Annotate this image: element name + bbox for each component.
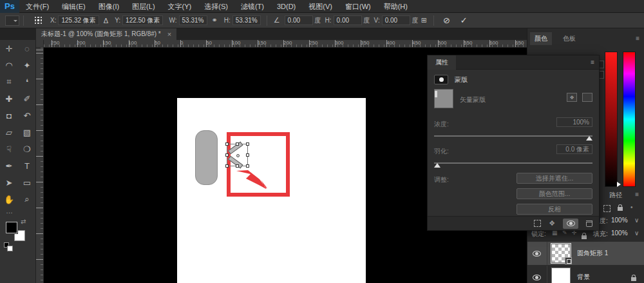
eraser-tool[interactable]: ▱ — [0, 124, 18, 141]
h-skew-input[interactable]: 0.00 — [334, 15, 362, 25]
pen-tool[interactable]: ✒ — [0, 157, 18, 174]
brightness-ramp[interactable] — [605, 52, 618, 187]
menu-type[interactable]: 文字(Y) — [162, 0, 198, 13]
layer-name[interactable]: 背景 — [577, 273, 590, 282]
height-input[interactable]: 53.31% — [232, 15, 261, 25]
edit-toolbar-icon[interactable]: … — [0, 208, 35, 217]
fill-dropdown-icon[interactable]: ∨ — [634, 229, 639, 237]
layer-row-background[interactable]: 背景 — [527, 266, 644, 283]
feather-slider-thumb[interactable] — [434, 160, 440, 168]
transform-handle[interactable] — [236, 164, 239, 168]
hand-tool[interactable]: ✋ — [0, 191, 18, 208]
cancel-transform-icon[interactable]: ⊘ — [443, 15, 450, 25]
load-selection-icon[interactable] — [534, 220, 541, 227]
brush-tool[interactable]: ✐ — [18, 90, 36, 107]
density-slider[interactable] — [434, 135, 592, 137]
width-input[interactable]: 53.31% — [179, 15, 207, 25]
shape-tool[interactable]: ▭ — [18, 174, 36, 191]
menu-select[interactable]: 选择(S) — [198, 0, 234, 13]
smudge-tool[interactable]: ☟ — [0, 141, 18, 157]
zoom-tool[interactable]: ⌕ — [18, 191, 36, 208]
layer-visibility-icon[interactable] — [533, 275, 541, 280]
opacity-dropdown-icon[interactable]: ∨ — [634, 217, 639, 224]
transform-bounding-box[interactable] — [227, 144, 248, 166]
filter-shape-icon[interactable] — [603, 205, 611, 212]
foreground-color-swatch[interactable] — [6, 222, 17, 233]
layer-visibility-icon[interactable] — [533, 251, 541, 257]
layer-thumbnail[interactable] — [551, 244, 571, 263]
panel-menu-icon[interactable]: ≡ — [636, 35, 639, 42]
move-tool[interactable]: ✛ — [0, 40, 18, 57]
hue-slider-icon[interactable] — [617, 182, 623, 187]
hue-spectrum-ramp[interactable] — [623, 52, 636, 187]
document-tab[interactable]: 未标题-1 @ 100% (圆角矩形 1, RGB/8#) * × — [36, 28, 176, 40]
healing-brush-tool[interactable]: ✚ — [0, 90, 18, 107]
tab-paths[interactable]: 路径 — [609, 191, 622, 200]
feather-slider[interactable] — [434, 162, 592, 164]
transform-handle[interactable] — [236, 142, 239, 146]
transform-handle[interactable] — [246, 164, 249, 168]
close-tab-icon[interactable]: × — [167, 30, 171, 38]
y-input[interactable]: 122.50 像素 — [122, 15, 163, 25]
lock-all-icon[interactable] — [582, 235, 587, 239]
menu-filter[interactable]: 滤镜(T) — [234, 0, 270, 13]
type-tool[interactable]: T — [18, 157, 36, 174]
transform-handle[interactable] — [246, 153, 249, 157]
menu-3d[interactable]: 3D(D) — [270, 0, 302, 13]
color-range-button[interactable]: 颜色范围... — [516, 188, 592, 199]
opacity-value[interactable]: 100% — [611, 217, 628, 224]
document-canvas[interactable] — [177, 98, 366, 283]
menu-view[interactable]: 视图(V) — [302, 0, 339, 13]
magic-wand-tool[interactable]: ✦ — [18, 57, 36, 73]
eyedropper-tool[interactable]: ❛ — [18, 73, 36, 90]
path-selection-tool[interactable]: ➤ — [0, 174, 18, 191]
transform-handle[interactable] — [246, 142, 249, 146]
reference-point-icon[interactable] — [34, 16, 43, 24]
default-colors-icon[interactable] — [4, 242, 9, 248]
tab-properties[interactable]: 属性 — [428, 55, 456, 70]
fill-value[interactable]: 100% — [611, 229, 628, 237]
angle-input[interactable]: 0.00 — [285, 15, 313, 25]
marquee-tool[interactable]: ◌ — [18, 40, 36, 57]
invert-button[interactable]: 反相 — [516, 204, 592, 215]
v-skew-input[interactable]: 0.00 — [382, 15, 410, 25]
rounded-rectangle-shape[interactable] — [195, 130, 218, 185]
lasso-tool[interactable]: ◠ — [0, 57, 18, 73]
apply-mask-icon[interactable]: ❖ — [549, 219, 555, 228]
layer-name[interactable]: 圆角矩形 1 — [577, 249, 608, 258]
link-dimensions-icon[interactable]: ⚭ — [212, 16, 218, 24]
properties-menu-icon[interactable]: ≡ — [591, 59, 594, 66]
filter-dot-icon[interactable]: • — [630, 204, 633, 211]
menu-window[interactable]: 窗口(W) — [339, 0, 377, 13]
transform-handle[interactable] — [225, 153, 229, 157]
layer-row-rounded-rectangle[interactable]: 圆角矩形 1 — [527, 242, 644, 265]
transform-center-point[interactable] — [236, 154, 240, 157]
clone-stamp-tool[interactable]: ◘ — [0, 107, 18, 124]
swap-colors-icon[interactable]: ⇄ — [21, 218, 26, 225]
menu-edit[interactable]: 编辑(E) — [55, 0, 92, 13]
density-value[interactable]: 100% — [556, 117, 592, 127]
menu-file[interactable]: 文件(F) — [19, 0, 55, 13]
mask-visibility-toggle[interactable] — [563, 219, 578, 229]
vector-mask-thumbnail[interactable] — [434, 89, 453, 108]
layer-thumbnail[interactable] — [551, 268, 571, 283]
delete-mask-icon[interactable] — [586, 220, 592, 227]
menu-layer[interactable]: 图层(L) — [126, 0, 161, 13]
tab-swatches[interactable]: 色板 — [558, 32, 580, 45]
layers-menu-icon[interactable]: ≡ — [635, 191, 639, 198]
relative-position-icon[interactable]: Δ — [104, 17, 108, 24]
select-and-mask-button[interactable]: 选择并遮住... — [516, 173, 592, 184]
select-pixels-icon[interactable]: ❖ — [567, 93, 577, 102]
transform-handle[interactable] — [225, 142, 229, 146]
dodge-tool[interactable]: ❍ — [18, 141, 36, 157]
crop-tool[interactable]: ⌗ — [0, 73, 18, 90]
menu-help[interactable]: 帮助(H) — [377, 0, 414, 13]
tool-preset-icon[interactable] — [5, 15, 19, 26]
history-brush-tool[interactable]: ↶ — [18, 107, 36, 124]
density-slider-thumb[interactable] — [586, 133, 592, 141]
warp-mode-icon[interactable]: ⊞ — [421, 16, 427, 24]
tab-color[interactable]: 颜色 — [530, 32, 552, 45]
commit-transform-icon[interactable]: ✓ — [460, 15, 468, 25]
transform-handle[interactable] — [225, 164, 229, 168]
feather-value[interactable]: 0.0 像素 — [556, 144, 592, 154]
